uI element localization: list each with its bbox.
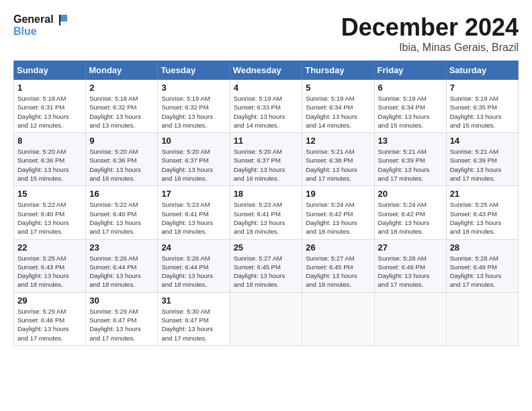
day-number: 22 xyxy=(17,242,82,253)
day-cell-18: 18 Sunrise: 5:23 AM Sunset: 6:41 PM Dayl… xyxy=(230,186,302,239)
day-cell-28: 28 Sunrise: 5:28 AM Sunset: 6:46 PM Dayl… xyxy=(446,239,518,292)
header-tuesday: Tuesday xyxy=(158,61,230,80)
week-row-3: 15 Sunrise: 5:22 AM Sunset: 6:40 PM Dayl… xyxy=(14,186,519,239)
day-cell-22: 22 Sunrise: 5:25 AM Sunset: 6:43 PM Dayl… xyxy=(14,239,86,292)
day-number: 6 xyxy=(378,83,443,93)
day-cell-6: 6 Sunrise: 5:19 AM Sunset: 6:34 PM Dayli… xyxy=(374,80,446,133)
day-number: 5 xyxy=(306,83,370,93)
day-number: 11 xyxy=(234,136,299,146)
day-info: Sunrise: 5:23 AM Sunset: 6:41 PM Dayligh… xyxy=(161,200,226,236)
day-info: Sunrise: 5:27 AM Sunset: 6:45 PM Dayligh… xyxy=(306,254,370,289)
day-number: 19 xyxy=(306,189,370,199)
day-cell-13: 13 Sunrise: 5:21 AM Sunset: 6:39 PM Dayl… xyxy=(374,133,446,186)
day-number: 14 xyxy=(450,136,515,146)
day-cell-8: 8 Sunrise: 5:20 AM Sunset: 6:36 PM Dayli… xyxy=(14,133,86,186)
day-number: 1 xyxy=(17,83,82,93)
day-info: Sunrise: 5:24 AM Sunset: 6:42 PM Dayligh… xyxy=(378,200,443,236)
day-cell-30: 30 Sunrise: 5:29 AM Sunset: 6:47 PM Dayl… xyxy=(86,292,158,345)
logo: General Blue xyxy=(13,13,67,38)
day-info: Sunrise: 5:23 AM Sunset: 6:41 PM Dayligh… xyxy=(234,200,299,236)
header-thursday: Thursday xyxy=(302,61,374,80)
day-cell-20: 20 Sunrise: 5:24 AM Sunset: 6:42 PM Dayl… xyxy=(374,186,446,239)
day-info: Sunrise: 5:19 AM Sunset: 6:32 PM Dayligh… xyxy=(161,94,226,130)
day-info: Sunrise: 5:21 AM Sunset: 6:39 PM Dayligh… xyxy=(450,147,515,183)
day-number: 2 xyxy=(89,83,154,93)
day-cell-7: 7 Sunrise: 5:19 AM Sunset: 6:35 PM Dayli… xyxy=(446,80,518,133)
day-info: Sunrise: 5:20 AM Sunset: 6:37 PM Dayligh… xyxy=(234,147,299,183)
header-friday: Friday xyxy=(374,61,446,80)
day-info: Sunrise: 5:26 AM Sunset: 6:44 PM Dayligh… xyxy=(161,254,226,289)
day-cell-9: 9 Sunrise: 5:20 AM Sunset: 6:36 PM Dayli… xyxy=(86,133,158,186)
week-row-2: 8 Sunrise: 5:20 AM Sunset: 6:36 PM Dayli… xyxy=(14,133,519,186)
week-row-1: 1 Sunrise: 5:18 AM Sunset: 6:31 PM Dayli… xyxy=(14,80,519,133)
day-number: 17 xyxy=(161,189,226,199)
calendar-table: Sunday Monday Tuesday Wednesday Thursday… xyxy=(13,60,519,346)
logo-blue: Blue xyxy=(13,26,67,38)
day-info: Sunrise: 5:30 AM Sunset: 6:47 PM Dayligh… xyxy=(161,307,226,342)
svg-rect-1 xyxy=(59,15,60,26)
day-number: 27 xyxy=(378,242,443,253)
day-info: Sunrise: 5:20 AM Sunset: 6:36 PM Dayligh… xyxy=(89,147,154,183)
day-info: Sunrise: 5:19 AM Sunset: 6:35 PM Dayligh… xyxy=(450,94,515,130)
day-number: 28 xyxy=(450,242,515,253)
day-cell-10: 10 Sunrise: 5:20 AM Sunset: 6:37 PM Dayl… xyxy=(158,133,230,186)
day-info: Sunrise: 5:29 AM Sunset: 6:46 PM Dayligh… xyxy=(17,307,82,342)
day-number: 29 xyxy=(17,295,82,306)
day-info: Sunrise: 5:28 AM Sunset: 6:46 PM Dayligh… xyxy=(378,254,443,289)
day-cell-2: 2 Sunrise: 5:18 AM Sunset: 6:32 PM Dayli… xyxy=(86,80,158,133)
day-number: 26 xyxy=(306,242,370,253)
day-cell-15: 15 Sunrise: 5:22 AM Sunset: 6:40 PM Dayl… xyxy=(14,186,86,239)
day-cell-24: 24 Sunrise: 5:26 AM Sunset: 6:44 PM Dayl… xyxy=(158,239,230,292)
week-row-5: 29 Sunrise: 5:29 AM Sunset: 6:46 PM Dayl… xyxy=(14,292,519,345)
day-number: 12 xyxy=(306,136,370,146)
day-cell-1: 1 Sunrise: 5:18 AM Sunset: 6:31 PM Dayli… xyxy=(14,80,86,133)
header-monday: Monday xyxy=(86,61,158,80)
day-info: Sunrise: 5:19 AM Sunset: 6:34 PM Dayligh… xyxy=(378,94,443,130)
day-number: 21 xyxy=(450,189,515,199)
header-saturday: Saturday xyxy=(446,61,518,80)
logo-flag-icon xyxy=(55,13,67,26)
day-cell-26: 26 Sunrise: 5:27 AM Sunset: 6:45 PM Dayl… xyxy=(302,239,374,292)
title-block: December 2024 Ibia, Minas Gerais, Brazil xyxy=(341,13,519,54)
day-info: Sunrise: 5:22 AM Sunset: 6:40 PM Dayligh… xyxy=(17,200,82,236)
day-info: Sunrise: 5:21 AM Sunset: 6:39 PM Dayligh… xyxy=(378,147,443,183)
day-cell-23: 23 Sunrise: 5:26 AM Sunset: 6:44 PM Dayl… xyxy=(86,239,158,292)
location-subtitle: Ibia, Minas Gerais, Brazil xyxy=(341,42,519,54)
day-number: 10 xyxy=(161,136,226,146)
day-number: 31 xyxy=(161,295,226,306)
week-row-4: 22 Sunrise: 5:25 AM Sunset: 6:43 PM Dayl… xyxy=(14,239,519,292)
day-cell-12: 12 Sunrise: 5:21 AM Sunset: 6:38 PM Dayl… xyxy=(302,133,374,186)
month-year-title: December 2024 xyxy=(341,13,519,42)
empty-cell xyxy=(230,292,302,345)
day-number: 20 xyxy=(378,189,443,199)
day-number: 15 xyxy=(17,189,82,199)
day-info: Sunrise: 5:18 AM Sunset: 6:31 PM Dayligh… xyxy=(17,94,82,130)
weekday-header-row: Sunday Monday Tuesday Wednesday Thursday… xyxy=(14,61,519,80)
day-cell-16: 16 Sunrise: 5:22 AM Sunset: 6:40 PM Dayl… xyxy=(86,186,158,239)
empty-cell xyxy=(302,292,374,345)
header-sunday: Sunday xyxy=(14,61,86,80)
day-info: Sunrise: 5:19 AM Sunset: 6:34 PM Dayligh… xyxy=(306,94,370,130)
empty-cell xyxy=(374,292,446,345)
day-cell-27: 27 Sunrise: 5:28 AM Sunset: 6:46 PM Dayl… xyxy=(374,239,446,292)
day-number: 16 xyxy=(89,189,154,199)
day-info: Sunrise: 5:20 AM Sunset: 6:36 PM Dayligh… xyxy=(17,147,82,183)
day-cell-21: 21 Sunrise: 5:25 AM Sunset: 6:43 PM Dayl… xyxy=(446,186,518,239)
day-cell-17: 17 Sunrise: 5:23 AM Sunset: 6:41 PM Dayl… xyxy=(158,186,230,239)
day-cell-5: 5 Sunrise: 5:19 AM Sunset: 6:34 PM Dayli… xyxy=(302,80,374,133)
day-info: Sunrise: 5:25 AM Sunset: 6:43 PM Dayligh… xyxy=(17,254,82,289)
day-cell-4: 4 Sunrise: 5:19 AM Sunset: 6:33 PM Dayli… xyxy=(230,80,302,133)
day-info: Sunrise: 5:29 AM Sunset: 6:47 PM Dayligh… xyxy=(89,307,154,342)
day-info: Sunrise: 5:24 AM Sunset: 6:42 PM Dayligh… xyxy=(306,200,370,236)
day-number: 24 xyxy=(161,242,226,253)
day-number: 8 xyxy=(17,136,82,146)
day-number: 18 xyxy=(234,189,299,199)
day-info: Sunrise: 5:18 AM Sunset: 6:32 PM Dayligh… xyxy=(89,94,154,130)
day-number: 4 xyxy=(234,83,299,93)
day-number: 23 xyxy=(89,242,154,253)
day-cell-25: 25 Sunrise: 5:27 AM Sunset: 6:45 PM Dayl… xyxy=(230,239,302,292)
day-cell-11: 11 Sunrise: 5:20 AM Sunset: 6:37 PM Dayl… xyxy=(230,133,302,186)
logo-general: General xyxy=(13,13,54,26)
day-info: Sunrise: 5:21 AM Sunset: 6:38 PM Dayligh… xyxy=(306,147,370,183)
day-info: Sunrise: 5:20 AM Sunset: 6:37 PM Dayligh… xyxy=(161,147,226,183)
